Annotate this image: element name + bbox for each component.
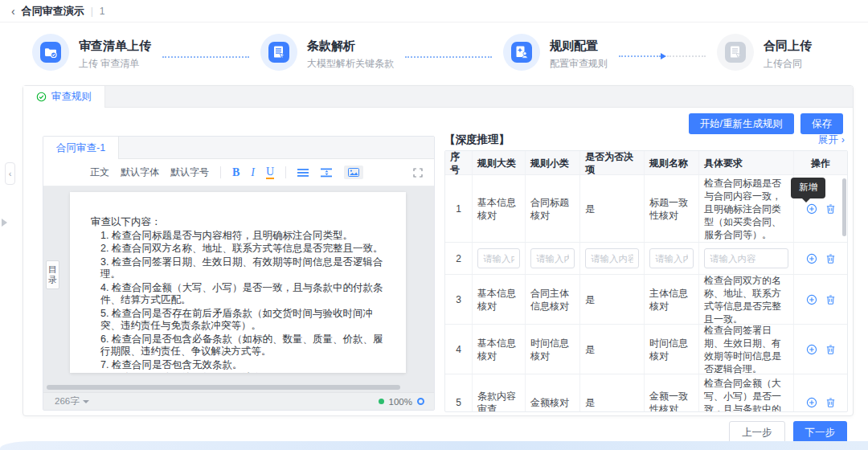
category-input[interactable] (477, 248, 520, 268)
step-title: 合同上传 (764, 39, 812, 53)
table-row: 1 基本信息核对 合同标题核对 是 标题一致性核对 检查合同标题是否与合同内容一… (445, 175, 847, 243)
add-row-icon[interactable] (806, 203, 817, 215)
rule-name: 主体信息核对 (645, 275, 699, 324)
toolbar-divider (220, 166, 221, 178)
align-icon[interactable] (297, 168, 309, 178)
add-row-icon[interactable] (806, 397, 817, 408)
col-header: 序号 (445, 151, 473, 174)
delete-row-icon[interactable] (825, 294, 836, 305)
zoom-level: 100% (389, 397, 412, 407)
rule-subcategory: 金额核对 (526, 374, 580, 412)
contract-review-screen: ‹ 合同审查演示 | 1 审查清单上传 上传 审查清单 条款解析 大模型解析关键… (0, 0, 868, 450)
delete-row-icon[interactable] (825, 203, 836, 215)
caret-down-icon (83, 400, 89, 403)
font-size-select[interactable]: 默认字号 (170, 166, 209, 179)
topbar: ‹ 合同审查演示 | 1 (0, 0, 868, 22)
deep-reasoning-header: 【深度推理】 展开› (444, 133, 845, 147)
expand-link[interactable]: 展开› (818, 133, 845, 147)
horizontal-scrollbar[interactable] (47, 385, 423, 390)
rule-requirement: 检查合同双方的名称、地址、联系方式等信息是否完整且一致。 (699, 275, 794, 324)
tab-label: 审查规则 (51, 90, 92, 104)
doc-item: 4. 检查合同金额（大写、小写）是否一致，且与条款中的付款条件、结算方式匹配。 (100, 282, 385, 307)
bold-button[interactable]: B (232, 166, 240, 179)
back-chevron-icon[interactable]: ‹ (11, 6, 15, 17)
document-area: 审查以下内容： 1. 检查合同标题是否与内容相符，且明确标注合同类型。 2. 检… (43, 186, 434, 392)
col-header: 规则大类 (473, 151, 526, 174)
row-actions: 新增 (794, 175, 847, 242)
rule-requirement: 检查合同签署日期、生效日期、有效期等时间信息是否逻辑合理。 (699, 325, 794, 374)
contract-editor-panel: 合同审查-1 正文 默认字体 默认字号 B I U (43, 136, 435, 411)
tab-contract-review-1[interactable]: 合同审查-1 (43, 137, 119, 159)
delete-row-icon[interactable] (825, 344, 836, 355)
doc-item: 1. 检查合同标题是否与内容相符，且明确标注合同类型。 (100, 230, 385, 243)
row-index: 3 (445, 275, 473, 324)
delete-row-icon[interactable] (825, 253, 836, 264)
rule-veto: 是 (580, 325, 645, 374)
fullscreen-icon[interactable] (413, 168, 423, 178)
step-subtitle: 大模型解析关键条款 (307, 57, 394, 71)
drawer-expand-arrow-icon[interactable] (2, 219, 7, 227)
toolbar-divider (285, 166, 286, 178)
doc-parse-icon (260, 34, 297, 71)
document-page[interactable]: 审查以下内容： 1. 检查合同标题是否与内容相符，且明确标注合同类型。 2. 检… (70, 192, 406, 373)
subcategory-input[interactable] (530, 248, 575, 268)
step-clause-parse[interactable]: 条款解析 大模型解析关键条款 (260, 34, 394, 71)
step-title: 条款解析 (307, 39, 394, 53)
step-contract-upload[interactable]: 合同上传 上传合同 (717, 34, 812, 71)
deep-reasoning-title: 【深度推理】 (444, 133, 510, 147)
rule-veto: 是 (580, 175, 645, 242)
table-row: 4 基本信息核对 时间信息核对 是 时间信息核对 检查合同签署日期、生效日期、有… (445, 325, 847, 374)
add-tooltip: 新增 (791, 178, 825, 198)
line-spacing-icon[interactable] (321, 168, 333, 178)
zoom-reset-icon[interactable] (417, 398, 424, 405)
rule-requirement: 检查合同标题是否与合同内容一致，且明确标注合同类型（如买卖合同、服务合同等）。 (699, 175, 794, 242)
row-index: 1 (445, 175, 473, 242)
rules-card: 审查规则 开始/重新生成规则 保存 【深度推理】 展开› 合同审查-1 正文 默… (23, 85, 854, 416)
insert-image-button[interactable] (344, 166, 363, 179)
rule-subcategory: 时间信息核对 (526, 325, 580, 374)
table-row-input: 2 (445, 243, 847, 275)
rule-actions: 开始/重新生成规则 保存 (689, 113, 843, 134)
word-count[interactable]: 266字 (55, 395, 89, 407)
name-input[interactable] (649, 248, 694, 268)
col-header: 具体要求 (699, 151, 794, 174)
paragraph-style-select[interactable]: 正文 (90, 166, 109, 179)
generate-rules-button[interactable]: 开始/重新生成规则 (689, 113, 794, 134)
title-badge: 1 (100, 6, 105, 17)
underline-button[interactable]: U (266, 166, 274, 179)
row-actions (794, 275, 847, 324)
italic-button[interactable]: I (251, 166, 255, 179)
delete-row-icon[interactable] (825, 397, 836, 408)
doc-intro: 审查以下内容： (91, 216, 385, 229)
page-title: 合同审查演示 (22, 4, 84, 18)
status-dot-icon (379, 399, 384, 404)
col-header: 操作 (794, 151, 847, 174)
step-rule-config[interactable]: 规则配置 配置审查规则 (503, 34, 608, 71)
col-header: 规则名称 (645, 151, 699, 174)
bottom-decoration (0, 441, 868, 450)
requirement-input[interactable] (704, 248, 788, 268)
veto-input[interactable] (585, 248, 639, 268)
collapse-handle[interactable]: ‹ (5, 162, 15, 185)
stepper: 审查清单上传 上传 审查清单 条款解析 大模型解析关键条款 规则配置 配置审查规… (0, 22, 868, 85)
add-row-icon[interactable] (806, 253, 817, 264)
toc-tab[interactable]: 目录 (46, 260, 59, 289)
add-row-icon[interactable] (806, 294, 817, 305)
step-checklist-upload[interactable]: 审查清单上传 上传 审查清单 (32, 34, 151, 71)
tab-review-rules[interactable]: 审查规则 (23, 86, 105, 108)
step-subtitle: 上传合同 (764, 57, 812, 71)
table-header-row: 序号 规则大类 规则小类 是否为否决项 规则名称 具体要求 操作 (445, 151, 847, 175)
vertical-scrollbar[interactable] (842, 178, 846, 236)
chevron-right-icon: › (841, 134, 845, 145)
editor-tab-strip: 合同审查-1 (43, 137, 434, 159)
font-family-select[interactable]: 默认字体 (121, 166, 159, 179)
doc-item: 5. 检查合同是否存在前后矛盾条款（如交货时间与验收时间冲突、违约责任与免责条款… (100, 308, 385, 333)
prev-step-button[interactable]: 上一步 (729, 421, 785, 444)
add-row-icon[interactable] (806, 344, 817, 355)
next-step-button[interactable]: 下一步 (793, 421, 848, 444)
doc-item: 3. 检查合同签署日期、生效日期、有效期等时间信息是否逻辑合理。 (100, 256, 385, 281)
rule-name: 标题一致性核对 (645, 175, 699, 242)
save-button[interactable]: 保存 (800, 113, 843, 134)
doc-item: 7. 检查合同是否包含无效条款。 (100, 359, 385, 372)
rule-veto: 是 (580, 275, 645, 324)
